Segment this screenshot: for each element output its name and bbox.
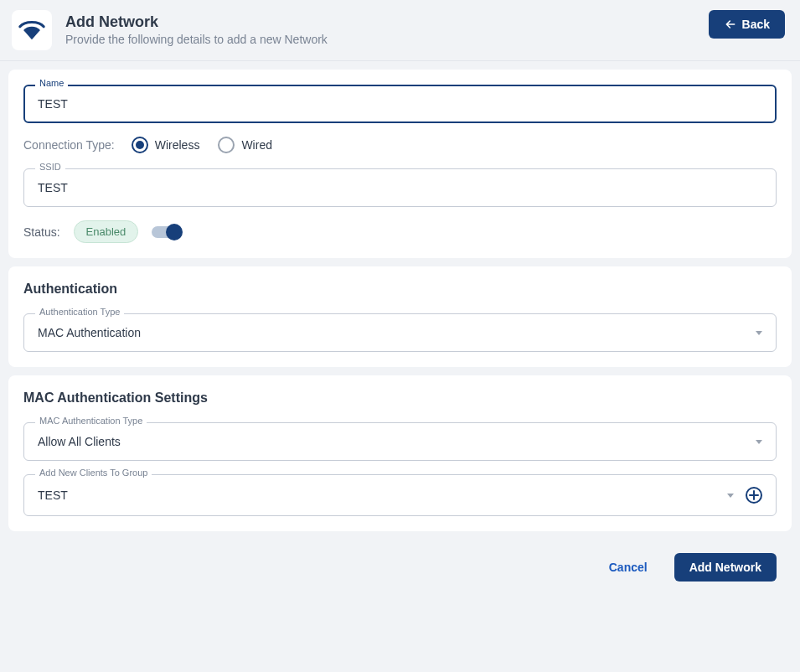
form-footer: Cancel Add Network <box>0 540 800 582</box>
page-subtitle: Provide the following details to add a n… <box>65 33 709 46</box>
auth-type-field-wrapper: Authentication Type MAC Authentication <box>23 313 777 352</box>
status-badge: Enabled <box>74 220 139 243</box>
mac-group-select[interactable]: TEST <box>23 474 777 516</box>
cancel-button[interactable]: Cancel <box>594 553 663 582</box>
radio-wired-label: Wired <box>241 138 272 152</box>
page-header: Add Network Provide the following detail… <box>0 0 800 60</box>
page-title: Add Network <box>65 13 709 31</box>
add-network-button[interactable]: Add Network <box>674 553 777 582</box>
mac-type-select[interactable]: Allow All Clients <box>23 422 777 461</box>
back-button-label: Back <box>742 18 770 31</box>
radio-dot-icon <box>136 141 144 149</box>
wifi-icon-box <box>12 10 52 50</box>
radio-wired-indicator <box>218 137 235 153</box>
name-label: Name <box>35 78 68 88</box>
auth-type-label: Authentication Type <box>35 307 124 317</box>
wifi-icon <box>18 16 46 44</box>
mac-group-value: TEST <box>38 488 68 502</box>
mac-type-value: Allow All Clients <box>38 435 121 448</box>
status-label: Status: <box>23 225 60 239</box>
radio-wired[interactable]: Wired <box>218 137 272 153</box>
radio-wireless-label: Wireless <box>155 138 200 152</box>
mac-group-label: Add New Clients To Group <box>35 468 152 478</box>
mac-settings-title: MAC Authentication Settings <box>23 390 777 406</box>
ssid-input[interactable] <box>23 168 777 207</box>
plus-icon <box>749 490 759 500</box>
status-row: Status: Enabled <box>23 220 777 243</box>
chevron-down-icon <box>756 331 762 335</box>
connection-type-label: Connection Type: <box>23 138 115 152</box>
chevron-down-icon <box>727 494 734 498</box>
mac-type-field-wrapper: MAC Authentication Type Allow All Client… <box>23 422 777 461</box>
connection-type-row: Connection Type: Wireless Wired <box>23 137 777 153</box>
chevron-down-icon <box>756 440 762 444</box>
header-divider <box>0 60 800 61</box>
header-text: Add Network Provide the following detail… <box>65 10 709 46</box>
auth-type-value: MAC Authentication <box>38 326 141 339</box>
mac-settings-card: MAC Authentication Settings MAC Authenti… <box>8 375 792 531</box>
basic-info-card: Name Connection Type: Wireless Wired SSI… <box>8 70 792 258</box>
mac-type-label: MAC Authentication Type <box>35 416 147 426</box>
toggle-knob <box>166 224 183 240</box>
mac-group-right <box>727 487 762 504</box>
authentication-card: Authentication Authentication Type MAC A… <box>8 266 792 367</box>
auth-type-select[interactable]: MAC Authentication <box>23 313 777 352</box>
name-field-wrapper: Name <box>23 85 777 123</box>
authentication-title: Authentication <box>23 282 777 297</box>
back-button[interactable]: Back <box>709 10 785 39</box>
radio-wireless[interactable]: Wireless <box>132 137 200 153</box>
arrow-left-icon <box>724 18 737 31</box>
ssid-label: SSID <box>35 162 65 172</box>
add-group-button[interactable] <box>746 487 762 504</box>
ssid-field-wrapper: SSID <box>23 168 777 207</box>
mac-group-field-wrapper: Add New Clients To Group TEST <box>23 474 777 516</box>
connection-type-radio-group: Wireless Wired <box>132 137 272 153</box>
status-toggle[interactable] <box>152 226 180 238</box>
name-input[interactable] <box>23 85 777 123</box>
radio-wireless-indicator <box>132 137 148 153</box>
